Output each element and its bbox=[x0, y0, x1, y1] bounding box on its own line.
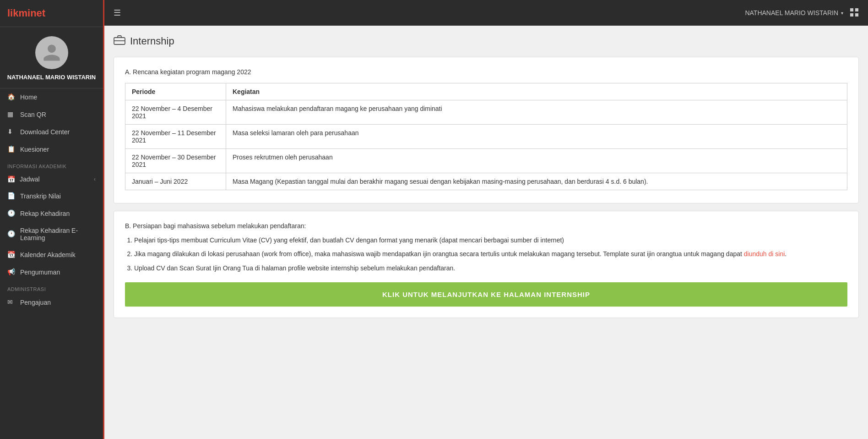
nav-administrasi: ✉ Pengajuan bbox=[0, 294, 103, 311]
sidebar: likminet NATHANAEL MARIO WISTARIN 🏠 Home… bbox=[0, 0, 104, 439]
qr-icon: ▦ bbox=[7, 110, 16, 119]
section-b-title: B. Persiapan bagi mahasiswa sebelum mela… bbox=[125, 222, 847, 230]
user-icon bbox=[42, 43, 62, 63]
table-cell-periode: 22 November – 30 Desember 2021 bbox=[125, 149, 226, 173]
table-cell-periode: 22 November – 11 Desember 2021 bbox=[125, 125, 226, 149]
table-cell-periode: 22 November – 4 Desember 2021 bbox=[125, 100, 226, 125]
sidebar-item-jadwal-label: Jadwal bbox=[20, 176, 40, 183]
table-row: 22 November – 11 Desember 2021Masa selek… bbox=[125, 125, 847, 149]
clipboard-icon: 📋 bbox=[7, 145, 16, 154]
clock2-icon: 🕐 bbox=[7, 230, 16, 238]
sidebar-item-kuesioner[interactable]: 📋 Kuesioner bbox=[0, 141, 103, 158]
table-cell-periode: Januari – Juni 2022 bbox=[125, 173, 226, 190]
profile-name: NATHANAEL MARIO WISTARIN bbox=[7, 74, 96, 81]
sidebar-item-home-label: Home bbox=[20, 93, 37, 101]
sidebar-item-pengumuman[interactable]: 📢 Pengumuman bbox=[0, 263, 103, 281]
sidebar-item-download-center[interactable]: ⬇ Download Center bbox=[0, 123, 103, 141]
section-a-title: A. Rencana kegiatan program magang 2022 bbox=[125, 68, 847, 76]
logo: likminet bbox=[0, 0, 103, 27]
svg-rect-1 bbox=[855, 8, 858, 11]
briefcase-icon bbox=[114, 35, 125, 48]
table-header-kegiatan: Kegiatan bbox=[226, 83, 847, 100]
prep-list: Pelajari tips-tips membuat Curriculum Vi… bbox=[125, 235, 847, 273]
section-b-card: B. Persiapan bagi mahasiswa sebelum mela… bbox=[114, 211, 859, 318]
avatar bbox=[35, 36, 68, 69]
sidebar-item-scan-qr-label: Scan QR bbox=[20, 111, 46, 118]
sidebar-item-jadwal[interactable]: 📅 Jadwal ‹ bbox=[0, 171, 103, 187]
sidebar-item-home[interactable]: 🏠 Home bbox=[0, 88, 103, 106]
table-row: Januari – Juni 2022Masa Magang (Kepastia… bbox=[125, 173, 847, 190]
page-title: Internship bbox=[130, 35, 174, 47]
sidebar-item-kalender[interactable]: 📆 Kalender Akademik bbox=[0, 246, 103, 263]
table-row: 22 November – 30 Desember 2021Proses rek… bbox=[125, 149, 847, 173]
main: ☰ NATHANAEL MARIO WISTARIN ▾ bbox=[104, 0, 868, 439]
sidebar-item-download-center-label: Download Center bbox=[20, 128, 70, 136]
download-link[interactable]: diunduh di sini bbox=[744, 250, 785, 258]
prep-list-item: Upload CV dan Scan Surat Ijin Orang Tua … bbox=[134, 263, 847, 273]
logo-suffix: net bbox=[30, 7, 45, 19]
prep-list-item: Jika magang dilakukan di lokasi perusaha… bbox=[134, 249, 847, 259]
svg-rect-2 bbox=[850, 13, 853, 16]
hamburger-button[interactable]: ☰ bbox=[114, 8, 121, 18]
sidebar-item-transkrip[interactable]: 📄 Transkrip Nilai bbox=[0, 187, 103, 205]
table-cell-kegiatan: Masa seleksi lamaran oleh para perusahaa… bbox=[226, 125, 847, 149]
page-content: Internship A. Rencana kegiatan program m… bbox=[104, 26, 868, 439]
sidebar-item-pengajuan[interactable]: ✉ Pengajuan bbox=[0, 294, 103, 311]
sidebar-item-rekap-elearning-label: Rekap Kehadiran E-Learning bbox=[20, 227, 96, 241]
logo-prefix: likmi bbox=[7, 7, 30, 19]
table-cell-kegiatan: Masa Magang (Kepastian tanggal mulai dan… bbox=[226, 173, 847, 190]
chevron-left-icon: ‹ bbox=[94, 176, 96, 182]
topbar-user-menu[interactable]: NATHANAEL MARIO WISTARIN ▾ bbox=[745, 9, 843, 16]
section-a-card: A. Rencana kegiatan program magang 2022 … bbox=[114, 57, 859, 203]
svg-rect-3 bbox=[855, 13, 858, 16]
grid-icon[interactable] bbox=[850, 8, 859, 18]
nav-section-administrasi: ADMINISTRASI bbox=[0, 281, 103, 294]
file-icon: 📄 bbox=[7, 192, 16, 200]
sidebar-item-rekap-elearning[interactable]: 🕐 Rekap Kehadiran E-Learning bbox=[0, 222, 103, 246]
topbar-username: NATHANAEL MARIO WISTARIN bbox=[745, 9, 838, 16]
sidebar-item-rekap-kehadiran[interactable]: 🕐 Rekap Kehadiran bbox=[0, 205, 103, 222]
page-header: Internship bbox=[114, 35, 859, 48]
download-icon: ⬇ bbox=[7, 128, 16, 136]
sidebar-item-transkrip-label: Transkrip Nilai bbox=[20, 192, 61, 200]
table-cell-kegiatan: Mahasiswa melakukan pendaftaran magang k… bbox=[226, 100, 847, 125]
megaphone-icon: 📢 bbox=[7, 268, 16, 276]
schedule-table: Periode Kegiatan 22 November – 4 Desembe… bbox=[125, 83, 847, 190]
nav-akademik: 📅 Jadwal ‹ 📄 Transkrip Nilai 🕐 Rekap Keh… bbox=[0, 171, 103, 281]
topbar: ☰ NATHANAEL MARIO WISTARIN ▾ bbox=[104, 0, 868, 26]
sidebar-item-pengumuman-label: Pengumuman bbox=[20, 269, 60, 276]
sidebar-item-rekap-label: Rekap Kehadiran bbox=[20, 210, 70, 217]
profile-area: NATHANAEL MARIO WISTARIN bbox=[0, 27, 103, 88]
send-icon: ✉ bbox=[7, 298, 16, 307]
topbar-right: NATHANAEL MARIO WISTARIN ▾ bbox=[745, 8, 859, 18]
clock-icon: 🕐 bbox=[7, 209, 16, 218]
calendar-icon: 📅 bbox=[7, 176, 15, 183]
sidebar-item-kalender-label: Kalender Akademik bbox=[20, 251, 76, 258]
nav-main: 🏠 Home ▦ Scan QR ⬇ Download Center 📋 Kue… bbox=[0, 88, 103, 158]
sidebar-item-scan-qr[interactable]: ▦ Scan QR bbox=[0, 106, 103, 123]
table-header-periode: Periode bbox=[125, 83, 226, 100]
home-icon: 🏠 bbox=[7, 93, 16, 101]
table-cell-kegiatan: Proses rekrutmen oleh perusahaan bbox=[226, 149, 847, 173]
cta-internship-button[interactable]: KLIK UNTUK MELANJUTKAN KE HALAMAN INTERN… bbox=[125, 282, 847, 307]
calendar2-icon: 📆 bbox=[7, 251, 16, 259]
svg-rect-0 bbox=[850, 8, 853, 11]
sidebar-item-kuesioner-label: Kuesioner bbox=[20, 146, 49, 153]
nav-section-akademik: INFORMASI AKADEMIK bbox=[0, 158, 103, 171]
caret-down-icon: ▾ bbox=[841, 11, 843, 16]
table-row: 22 November – 4 Desember 2021Mahasiswa m… bbox=[125, 100, 847, 125]
prep-list-item: Pelajari tips-tips membuat Curriculum Vi… bbox=[134, 235, 847, 245]
sidebar-item-pengajuan-label: Pengajuan bbox=[20, 299, 51, 306]
